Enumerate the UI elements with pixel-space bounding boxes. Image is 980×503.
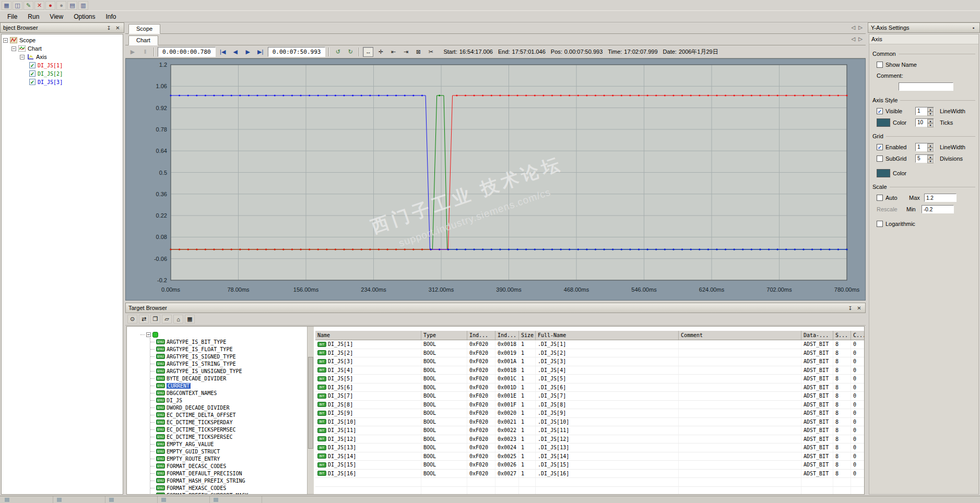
close-icon[interactable]: ✕ xyxy=(856,305,863,312)
target-tree-item[interactable]: ENUEC_DCTIME_DELTA_OFFSET xyxy=(150,411,307,418)
menu-file[interactable]: File xyxy=(2,11,22,22)
scope-chart[interactable]: 1.21.060.920.780.640.50.360.220.08-0.06-… xyxy=(125,58,866,301)
spin-down-icon[interactable]: ▾ xyxy=(927,148,934,152)
max-input[interactable] xyxy=(924,194,957,202)
tab-scroll-right-icon[interactable]: ▷ xyxy=(858,25,863,30)
column-header[interactable]: Type xyxy=(421,331,467,340)
grid-linewidth-spinner[interactable]: 1 ▴▾ xyxy=(915,143,934,151)
table-row[interactable]: BITDI_JS[1]BOOL0xF0200x00181.DI_JS[1]ADS… xyxy=(315,340,864,349)
table-row[interactable]: BITDI_JS[12]BOOL0xF0200x00231.DI_JS[12]A… xyxy=(315,435,864,444)
table-row[interactable]: BITDI_JS[2]BOOL0xF0200x00191.DI_JS[2]ADS… xyxy=(315,349,864,358)
page-icon[interactable]: ▤ xyxy=(67,1,77,10)
chart-view-icon[interactable]: ◫ xyxy=(13,1,22,10)
target-tree-item[interactable]: ENUCURRENT xyxy=(150,382,307,389)
object-browser-title-bar[interactable]: bject Browser ↧ ✕ xyxy=(0,22,124,33)
target-tree-item[interactable]: ENUFORMAT_DEFAULT_PRECISION xyxy=(150,470,307,477)
tab-scope[interactable]: Scope xyxy=(128,24,160,34)
move-icon[interactable]: ✛ xyxy=(375,47,386,57)
bottom-tab[interactable] xyxy=(108,496,158,503)
first-icon[interactable]: |◀ xyxy=(218,47,228,57)
chart-edit-icon[interactable]: ✎ xyxy=(23,1,33,10)
home-icon[interactable]: ⌂ xyxy=(173,315,183,324)
target-browser-title-bar[interactable]: Target Browser ↧ ✕ xyxy=(125,303,866,313)
show-name-checkbox[interactable] xyxy=(877,62,883,68)
rescale-button[interactable]: Rescale xyxy=(877,206,904,212)
table-row[interactable]: BITDI_JS[10]BOOL0xF0200x00211.DI_JS[10]A… xyxy=(315,418,864,427)
spin-up-icon[interactable]: ▴ xyxy=(927,119,934,123)
table-row[interactable]: BITDI_JS[4]BOOL0xF0200x001B1.DI_JS[4]ADS… xyxy=(315,366,864,375)
collapse-icon[interactable]: − xyxy=(146,332,151,337)
tree-node-scope[interactable]: − Scope xyxy=(3,36,123,44)
target-tree-item[interactable]: ENUEMPTY_ROUTE_ENTRY xyxy=(150,455,307,462)
column-header[interactable]: C... xyxy=(851,331,864,340)
scrollbar-thumb[interactable] xyxy=(308,357,313,449)
menu-options[interactable]: Options xyxy=(68,11,100,22)
table-row[interactable]: BITDI_JS[11]BOOL0xF0200x00221.DI_JS[11]A… xyxy=(315,426,864,435)
delete-icon[interactable]: ✕ xyxy=(34,1,44,10)
table-row[interactable]: BITDI_JS[15]BOOL0xF0200x00261.DI_JS[15]A… xyxy=(315,461,864,470)
fit-width-icon[interactable]: ⇤ xyxy=(388,47,398,57)
spin-down-icon[interactable]: ▾ xyxy=(927,123,934,127)
signal-node-DI_JS[3][interactable]: ✓DI_JS[3] xyxy=(29,78,123,86)
sync-icon[interactable]: ⇄ xyxy=(139,315,149,324)
pin-icon[interactable]: ↧ xyxy=(847,305,854,312)
target-tree-item[interactable]: ENUARGTYPE_IS_UNSIGNED_TYPE xyxy=(150,367,307,375)
record-icon[interactable]: ● xyxy=(45,1,55,10)
play-icon[interactable]: ▶ xyxy=(127,47,138,57)
target-tree-item[interactable]: ENUARGTYPE_IS_STRING_TYPE xyxy=(150,360,307,367)
logarithmic-checkbox[interactable] xyxy=(877,221,883,227)
target-tree-item[interactable]: ENUARGTYPE_IS_BIT_TYPE xyxy=(150,338,307,345)
column-header[interactable]: Ind... xyxy=(467,331,495,340)
column-header[interactable]: S... xyxy=(833,331,851,340)
target-tree-item[interactable]: ENUEC_DCTIME_TICKSPERSEC xyxy=(150,433,307,440)
table-row[interactable]: BITDI_JS[6]BOOL0xF0200x001D1.DI_JS[6]ADS… xyxy=(315,384,864,392)
comment-input[interactable] xyxy=(899,82,953,91)
target-tree-item[interactable]: ENUARGTYPE_IS_SIGNED_TYPE xyxy=(150,353,307,360)
visible-checkbox[interactable]: ✓ xyxy=(877,108,883,114)
tab-chart[interactable]: Chart xyxy=(128,35,158,45)
table-row[interactable]: BITDI_JS[8]BOOL0xF0200x001F1.DI_JS[8]ADS… xyxy=(315,401,864,410)
min-input[interactable] xyxy=(922,205,954,213)
column-header[interactable]: Ind... xyxy=(495,331,519,340)
column-header[interactable]: Name xyxy=(315,331,421,340)
prev-icon[interactable]: ◀ xyxy=(230,47,241,57)
table-row[interactable]: BITDI_JS[3]BOOL0xF0200x001A1.DI_JS[3]ADS… xyxy=(315,357,864,366)
folder-icon[interactable]: ▱ xyxy=(162,315,172,324)
grid-icon[interactable]: ▦ xyxy=(185,315,195,324)
target-tree-item[interactable]: ENUEC_DCTIME_TICKSPERMSEC xyxy=(150,426,307,433)
spin-up-icon[interactable]: ▴ xyxy=(927,155,934,159)
target-tree-item[interactable]: ENUEC_DCTIME_TICKSPERDAY xyxy=(150,418,307,426)
pause-icon[interactable]: ‖ xyxy=(140,47,150,57)
tab-scroll-left-icon[interactable]: ◁ xyxy=(852,36,856,42)
spin-up-icon[interactable]: ▴ xyxy=(927,143,934,148)
cut-icon[interactable]: ✂ xyxy=(426,47,436,57)
copy-icon[interactable]: ❐ xyxy=(150,315,160,324)
chart-grid-icon[interactable]: ▦ xyxy=(2,1,11,10)
target-tree-item[interactable]: ENUBYTE_DECADE_DIVIDER xyxy=(150,375,307,382)
target-tree-item[interactable]: ENUARGTYPE_IS_FLOAT_TYPE xyxy=(150,345,307,353)
table-row[interactable]: BITDI_JS[13]BOOL0xF0200x00241.DI_JS[13]A… xyxy=(315,444,864,452)
axis-linewidth-spinner[interactable]: 1 ▴▾ xyxy=(915,107,934,115)
bottom-tab[interactable] xyxy=(212,496,262,503)
spin-down-icon[interactable]: ▾ xyxy=(927,159,934,163)
tree-node-chart[interactable]: − Chart xyxy=(11,44,123,53)
fit-height-icon[interactable]: ⇥ xyxy=(400,47,411,57)
target-tree-item[interactable]: ENUFORMAT_DECASC_CODES xyxy=(150,462,307,470)
table-row[interactable]: BITDI_JS[14]BOOL0xF0200x00251.DI_JS[14]A… xyxy=(315,452,864,461)
panel-menu-icon[interactable]: ▪ xyxy=(970,25,977,31)
collapse-icon[interactable]: − xyxy=(20,55,25,59)
reload-icon[interactable]: ↻ xyxy=(345,47,356,57)
target-tree-item[interactable]: ENUFORMAT_PREFIX_SUPPORT_MASK xyxy=(150,492,307,494)
bottom-tab[interactable] xyxy=(3,496,53,503)
menu-info[interactable]: Info xyxy=(101,11,122,22)
table-row[interactable]: BITDI_JS[16]BOOL0xF0200x00271.DI_JS[16]A… xyxy=(315,470,864,478)
menu-view[interactable]: View xyxy=(44,11,68,22)
divisions-spinner[interactable]: 5 ▴▾ xyxy=(915,154,934,163)
tree-scrollbar[interactable] xyxy=(307,327,314,494)
collapse-icon[interactable]: − xyxy=(3,38,8,43)
close-icon[interactable]: ✕ xyxy=(114,25,121,31)
ticks-spinner[interactable]: 10 ▴▾ xyxy=(915,118,934,127)
target-tree-item[interactable]: ENUFORMAT_HEXASC_CODES xyxy=(150,484,307,492)
pan-horizontal-icon[interactable]: ↔ xyxy=(363,47,373,57)
column-header[interactable]: Size xyxy=(519,331,536,340)
